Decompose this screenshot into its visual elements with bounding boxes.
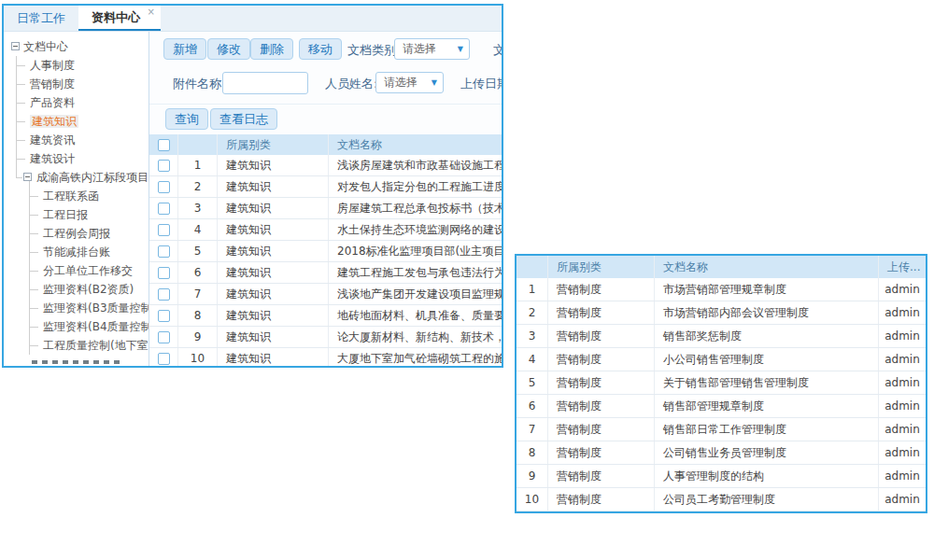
table-row[interactable]: 6营销制度销售部管理规章制度admin (517, 395, 926, 418)
table-row[interactable]: 2建筑知识对发包人指定分包的工程施工进度安排... (149, 176, 502, 198)
table-row[interactable]: 5营销制度关于销售部管理销售管理制度admin (517, 371, 926, 395)
row-category: 建筑知识 (218, 241, 329, 261)
tree-subitem[interactable]: 监理资料(B2资质) (4, 280, 149, 299)
row-category: 营销制度 (548, 418, 655, 441)
row-category: 营销制度 (548, 488, 655, 511)
uploader-column-header: 上传... (879, 256, 926, 278)
table-row[interactable]: 3建筑知识房屋建筑工程总承包投标书（技术标）... (149, 198, 502, 219)
doc-name-column-header: 文档名称 (655, 256, 879, 278)
tree-item[interactable]: 人事制度 (4, 56, 149, 75)
row-checkbox-cell (149, 176, 178, 197)
tree-subitem[interactable]: 工程质量控制(地下室) (4, 336, 149, 355)
row-category: 营销制度 (548, 301, 655, 324)
attachment-name-input[interactable] (222, 72, 308, 94)
tree-subitem[interactable]: 工程日报 (4, 205, 149, 224)
close-icon[interactable]: × (148, 7, 155, 17)
row-checkbox[interactable] (158, 331, 170, 343)
row-category: 营销制度 (548, 348, 655, 371)
row-index: 9 (517, 465, 548, 487)
row-checkbox-cell (149, 284, 178, 304)
row-index: 10 (517, 488, 548, 511)
tab-data-center[interactable]: 资料中心 × (78, 6, 161, 31)
row-doc-name: 小公司销售管理制度 (655, 348, 879, 371)
row-doc-name: 关于销售部管理销售管理制度 (655, 371, 879, 394)
table-row[interactable]: 4建筑知识水土保持生态环境监测网络的建设与资... (149, 219, 502, 241)
tree-item-label: 人事制度 (30, 59, 75, 72)
collapse-icon[interactable] (23, 173, 32, 181)
row-checkbox[interactable] (158, 181, 170, 193)
row-checkbox[interactable] (158, 288, 170, 301)
row-checkbox[interactable] (158, 310, 170, 322)
select-all-checkbox[interactable] (158, 139, 170, 151)
tree-item-label: 成渝高铁内江标段项目 (36, 171, 149, 184)
table-row[interactable]: 8营销制度公司销售业务员管理制度admin (517, 441, 926, 465)
table-row[interactable]: 5建筑知识2018标准化监理项目部(业主项目部)人员... (149, 241, 502, 262)
tree-subitem[interactable]: 分工单位工作移交 (4, 261, 149, 280)
tree-item[interactable]: 建筑设计 (4, 149, 149, 168)
table-row[interactable]: 1营销制度市场营销部管理规章制度admin (517, 278, 926, 301)
row-category: 建筑知识 (218, 155, 329, 175)
table-row[interactable]: 10营销制度公司员工考勤管理制度admin (517, 488, 926, 511)
doc-category-label: 文档类别: (347, 42, 400, 59)
tree-subitem[interactable]: 工程例会周报 (4, 224, 149, 243)
table-row[interactable]: 7营销制度销售部日常工作管理制度admin (517, 418, 926, 441)
tree-item-label: 产品资料 (30, 96, 75, 109)
collapse-icon[interactable] (11, 42, 20, 50)
row-category: 营销制度 (548, 441, 655, 464)
tree-subroot-project[interactable]: 成渝高铁内江标段项目 (4, 168, 149, 187)
modify-button[interactable]: 修改 (207, 38, 250, 60)
row-checkbox[interactable] (158, 224, 170, 236)
tree-item[interactable]: 营销制度 (4, 75, 149, 93)
table-row[interactable]: 2营销制度市场营销部内部会议管理制度admin (517, 301, 926, 325)
table-row[interactable]: 7建筑知识浅谈地产集团开发建设项目监理规划编... (149, 284, 502, 305)
tree-item[interactable]: 建筑资讯 (4, 131, 149, 149)
category-column-header: 所属别类 (218, 134, 329, 155)
tree-subitem[interactable]: 工程联系函 (4, 187, 149, 205)
tree-item-label: 工程例会周报 (43, 227, 110, 240)
tree-root-document-center[interactable]: 文档中心 (4, 37, 149, 56)
row-doc-name: 销售部日常工作管理制度 (655, 418, 879, 441)
table-row[interactable]: 9建筑知识论大厦新材料、新结构、新技术，新工... (149, 327, 502, 348)
row-index: 7 (178, 284, 218, 304)
delete-button[interactable]: 删除 (250, 38, 293, 60)
doc-category-select[interactable]: 请选择 ▼ (394, 38, 470, 60)
tree-subitem[interactable]: 节能减排台账 (4, 243, 149, 261)
row-category: 营销制度 (548, 395, 655, 417)
move-button[interactable]: 移动 (299, 38, 342, 60)
row-doc-name: 销售部管理规章制度 (655, 395, 879, 417)
row-checkbox[interactable] (158, 203, 170, 215)
marketing-doc-table: 所属别类 文档名称 上传... 1营销制度市场营销部管理规章制度admin2营销… (515, 254, 927, 513)
table-row[interactable]: 1建筑知识浅谈房屋建筑和市政基础设施工程施工... (149, 155, 502, 176)
row-checkbox-cell (149, 327, 178, 347)
view-log-button[interactable]: 查看日志 (210, 108, 277, 130)
row-checkbox[interactable] (158, 353, 170, 365)
row-checkbox[interactable] (158, 267, 170, 279)
query-button[interactable]: 查询 (165, 108, 208, 130)
row-checkbox[interactable] (158, 160, 170, 172)
tree-subitem[interactable]: 监理资料(B4质量控制) (4, 317, 149, 336)
add-button[interactable]: 新增 (163, 38, 206, 60)
table-row[interactable]: 8建筑知识地砖地面材料、机具准备、质量要求及... (149, 305, 502, 327)
person-name-select[interactable]: 请选择 ▼ (375, 72, 444, 93)
row-index: 7 (517, 418, 548, 441)
row-index: 3 (517, 325, 548, 347)
row-category: 建筑知识 (218, 348, 329, 366)
row-category: 营销制度 (548, 278, 655, 301)
row-index: 2 (517, 301, 548, 324)
tree-item[interactable]: 建筑知识 (4, 112, 149, 131)
tree-item-label: 工程质量控制(地下室) (43, 339, 149, 352)
row-uploader: admin (879, 395, 926, 417)
row-index: 8 (178, 305, 218, 326)
tree-subitem[interactable]: 监理资料(B3质量控制) (4, 299, 149, 317)
tree-item[interactable]: 产品资料 (4, 93, 149, 112)
table-row[interactable]: 6建筑知识建筑工程施工发包与承包违法行为认定... (149, 262, 502, 284)
tab-bar: 日常工作 资料中心 × (4, 6, 502, 32)
row-checkbox[interactable] (158, 245, 170, 258)
tab-daily-work[interactable]: 日常工作 (4, 6, 78, 31)
table-row[interactable]: 9营销制度人事管理制度的结构admin (517, 465, 926, 488)
row-doc-name: 地砖地面材料、机具准备、质量要求及... (329, 305, 502, 326)
table-row[interactable]: 3营销制度销售部奖惩制度admin (517, 325, 926, 348)
tree-item-label: 工程联系函 (43, 189, 99, 203)
table-row[interactable]: 10建筑知识大厦地下室加气砼墙砌筑工程的施工方... (149, 348, 502, 366)
table-row[interactable]: 4营销制度小公司销售管理制度admin (517, 348, 926, 371)
